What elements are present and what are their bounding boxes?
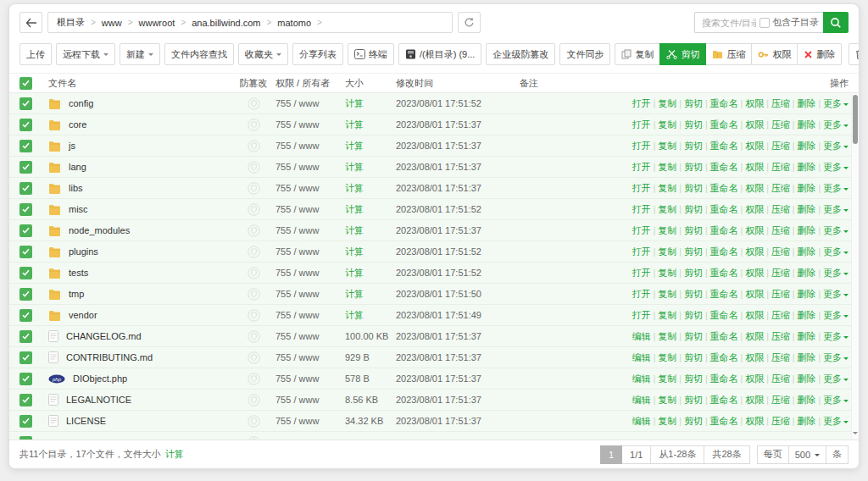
content-search-button[interactable]: 文件内容查找 bbox=[164, 43, 234, 65]
op-4-link[interactable]: 权限 bbox=[745, 352, 764, 362]
row-checkbox[interactable] bbox=[19, 119, 32, 131]
op-3-link[interactable]: 重命名 bbox=[710, 310, 738, 320]
op-0-link[interactable]: 打开 bbox=[632, 204, 651, 214]
row-checkbox[interactable] bbox=[19, 224, 32, 237]
table-row[interactable]: libs755 / www计算2023/08/01 17:51:37打开|复制|… bbox=[9, 178, 859, 199]
op-6-link[interactable]: 删除 bbox=[797, 373, 815, 384]
op-0-link[interactable]: 打开 bbox=[632, 98, 651, 108]
row-checkbox[interactable] bbox=[19, 309, 32, 322]
file-name[interactable]: vendor bbox=[69, 310, 97, 320]
table-row[interactable]: phpDIObject.php755 / www578 B2023/08/01 … bbox=[9, 368, 859, 390]
op-0-link[interactable]: 打开 bbox=[632, 246, 651, 257]
calc-size-link[interactable]: 计算 bbox=[345, 162, 364, 172]
op-0-link[interactable]: 编辑 bbox=[632, 331, 651, 341]
op-2-link[interactable]: 剪切 bbox=[684, 310, 703, 320]
op-more-link[interactable]: 更多 bbox=[823, 246, 842, 257]
op-3-link[interactable]: 重命名 bbox=[710, 183, 738, 193]
favorites-button[interactable]: 收藏夹 bbox=[238, 43, 288, 65]
op-4-link[interactable]: 权限 bbox=[745, 289, 764, 299]
op-more-link[interactable]: 更多 bbox=[823, 141, 842, 151]
op-more-link[interactable]: 更多 bbox=[823, 225, 842, 235]
op-2-link[interactable]: 剪切 bbox=[684, 141, 703, 151]
calc-size-link[interactable]: 计算 bbox=[345, 246, 364, 257]
op-more-link[interactable]: 更多 bbox=[823, 416, 842, 426]
compress-button[interactable]: 压缩 bbox=[705, 43, 752, 65]
scrollbar[interactable] bbox=[851, 93, 859, 440]
op-3-link[interactable]: 重命名 bbox=[710, 268, 738, 278]
table-row[interactable]: vendor755 / www计算2023/08/01 17:51:49打开|复… bbox=[9, 305, 859, 326]
calc-size-link[interactable]: 计算 bbox=[345, 119, 364, 130]
row-checkbox[interactable] bbox=[19, 267, 32, 279]
op-0-link[interactable]: 打开 bbox=[632, 268, 651, 278]
calc-size-link[interactable]: 计算 bbox=[345, 268, 364, 278]
op-5-link[interactable]: 压缩 bbox=[771, 268, 790, 278]
row-checkbox[interactable] bbox=[19, 394, 32, 406]
op-6-link[interactable]: 删除 bbox=[797, 395, 815, 405]
breadcrumb-item[interactable]: wwwroot bbox=[139, 18, 175, 28]
op-3-link[interactable]: 重命名 bbox=[710, 373, 738, 384]
refresh-button[interactable] bbox=[458, 12, 481, 33]
delete-button[interactable]: 删除 bbox=[797, 43, 842, 65]
table-row[interactable]: tmp755 / www计算2023/08/01 17:51:50打开|复制|剪… bbox=[9, 284, 859, 305]
table-row[interactable]: node_modules755 / www计算2023/08/01 17:51:… bbox=[9, 220, 859, 241]
op-2-link[interactable]: 剪切 bbox=[684, 331, 703, 341]
op-2-link[interactable]: 剪切 bbox=[684, 289, 703, 299]
op-2-link[interactable]: 剪切 bbox=[684, 416, 703, 426]
op-6-link[interactable]: 删除 bbox=[797, 98, 815, 108]
op-6-link[interactable]: 删除 bbox=[797, 416, 815, 426]
table-row[interactable]: lang755 / www计算2023/08/01 17:51:37打开|复制|… bbox=[9, 157, 859, 178]
header-size[interactable]: 大小 bbox=[345, 77, 396, 90]
row-checkbox[interactable] bbox=[19, 203, 32, 216]
op-more-link[interactable]: 更多 bbox=[823, 204, 842, 214]
row-checkbox[interactable] bbox=[19, 182, 32, 195]
file-name[interactable]: tests bbox=[69, 268, 88, 278]
op-more-link[interactable]: 更多 bbox=[823, 352, 842, 362]
op-6-link[interactable]: 删除 bbox=[797, 352, 815, 362]
op-4-link[interactable]: 权限 bbox=[745, 395, 764, 405]
op-4-link[interactable]: 权限 bbox=[745, 246, 764, 257]
op-more-link[interactable]: 更多 bbox=[823, 268, 842, 278]
table-row[interactable]: plugins755 / www计算2023/08/01 17:51:52打开|… bbox=[9, 241, 859, 263]
op-3-link[interactable]: 重命名 bbox=[710, 225, 738, 235]
calc-size-link[interactable]: 计算 bbox=[345, 183, 364, 193]
op-1-link[interactable]: 复制 bbox=[658, 373, 676, 384]
table-row[interactable]: LEGALNOTICE755 / www8.56 KB2023/08/01 17… bbox=[9, 390, 859, 411]
file-name[interactable]: config bbox=[69, 98, 93, 108]
op-0-link[interactable]: 打开 bbox=[632, 289, 651, 299]
back-button[interactable] bbox=[19, 12, 42, 33]
table-row[interactable] bbox=[9, 432, 859, 440]
op-4-link[interactable]: 权限 bbox=[745, 373, 764, 384]
op-3-link[interactable]: 重命名 bbox=[710, 98, 738, 108]
op-3-link[interactable]: 重命名 bbox=[710, 395, 738, 405]
tamper-proof-button[interactable]: 企业级防篡改 bbox=[486, 43, 555, 65]
calc-size-link[interactable]: 计算 bbox=[345, 141, 364, 151]
op-1-link[interactable]: 复制 bbox=[658, 246, 676, 257]
calc-size-link[interactable]: 计算 bbox=[165, 448, 184, 461]
file-name[interactable]: core bbox=[69, 119, 86, 130]
disk-root-button[interactable]: /(根目录) (9... bbox=[398, 43, 481, 65]
op-6-link[interactable]: 删除 bbox=[797, 183, 815, 193]
permission-button[interactable]: 权限 bbox=[751, 43, 798, 65]
op-0-link[interactable]: 编辑 bbox=[632, 352, 651, 362]
search-button[interactable] bbox=[823, 12, 849, 33]
table-row[interactable]: misc755 / www计算2023/08/01 17:51:52打开|复制|… bbox=[9, 199, 859, 220]
op-5-link[interactable]: 压缩 bbox=[771, 119, 790, 130]
op-6-link[interactable]: 删除 bbox=[797, 289, 815, 299]
op-0-link[interactable]: 打开 bbox=[632, 183, 651, 193]
include-subdir-checkbox[interactable] bbox=[760, 18, 770, 28]
op-5-link[interactable]: 压缩 bbox=[771, 289, 790, 299]
breadcrumb-item[interactable]: www bbox=[102, 18, 122, 28]
op-3-link[interactable]: 重命名 bbox=[710, 352, 738, 362]
per-page-select[interactable]: 500 bbox=[788, 446, 826, 463]
file-name[interactable]: lang bbox=[69, 162, 86, 172]
op-6-link[interactable]: 删除 bbox=[797, 162, 815, 172]
table-row[interactable]: js755 / www计算2023/08/01 17:51:37打开|复制|剪切… bbox=[9, 135, 859, 157]
file-name[interactable]: node_modules bbox=[69, 225, 130, 235]
op-3-link[interactable]: 重命名 bbox=[710, 416, 738, 426]
op-1-link[interactable]: 复制 bbox=[658, 183, 676, 193]
scrollbar-down-arrow[interactable] bbox=[853, 432, 858, 437]
include-subdir-option[interactable]: 包含子目录 bbox=[760, 16, 819, 29]
breadcrumb-item[interactable]: ana.billwind.com bbox=[192, 18, 260, 28]
terminal-button[interactable]: 终端 bbox=[348, 43, 394, 65]
op-3-link[interactable]: 重命名 bbox=[710, 141, 738, 151]
